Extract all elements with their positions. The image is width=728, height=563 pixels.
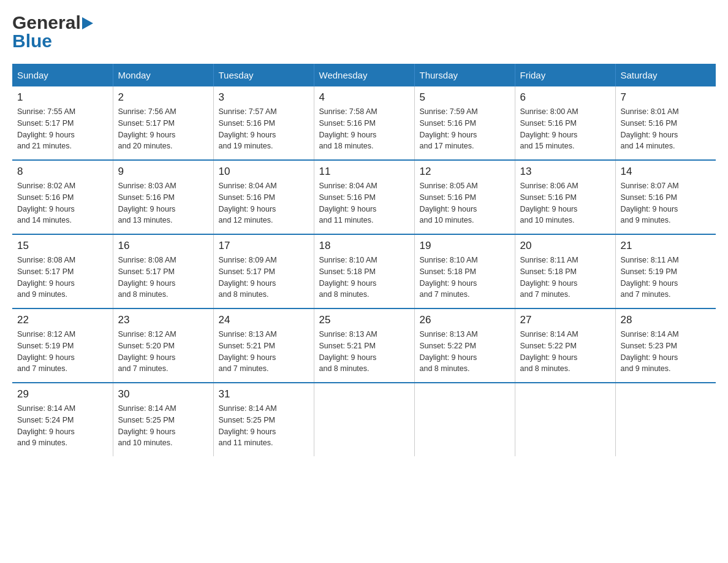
calendar-cell: 5 Sunrise: 7:59 AM Sunset: 5:16 PM Dayli… bbox=[414, 86, 515, 160]
day-number: 14 bbox=[621, 166, 711, 178]
day-number: 31 bbox=[219, 388, 309, 400]
day-number: 19 bbox=[420, 240, 510, 252]
calendar-cell: 24 Sunrise: 8:13 AM Sunset: 5:21 PM Dayl… bbox=[213, 308, 314, 383]
day-info: Sunrise: 8:14 AM Sunset: 5:23 PM Dayligh… bbox=[621, 329, 711, 375]
day-info: Sunrise: 8:13 AM Sunset: 5:21 PM Dayligh… bbox=[219, 329, 309, 375]
svg-marker-0 bbox=[82, 17, 93, 29]
day-number: 21 bbox=[621, 240, 711, 252]
calendar-cell: 18 Sunrise: 8:10 AM Sunset: 5:18 PM Dayl… bbox=[314, 234, 414, 308]
day-info: Sunrise: 8:03 AM Sunset: 5:16 PM Dayligh… bbox=[118, 180, 208, 226]
calendar-week-row: 1 Sunrise: 7:55 AM Sunset: 5:17 PM Dayli… bbox=[12, 86, 716, 160]
logo-general-text: General bbox=[12, 12, 81, 33]
calendar-cell: 11 Sunrise: 8:04 AM Sunset: 5:16 PM Dayl… bbox=[314, 160, 414, 234]
day-info: Sunrise: 8:11 AM Sunset: 5:18 PM Dayligh… bbox=[520, 255, 610, 301]
calendar-cell: 16 Sunrise: 8:08 AM Sunset: 5:17 PM Dayl… bbox=[113, 234, 213, 308]
calendar-cell: 27 Sunrise: 8:14 AM Sunset: 5:22 PM Dayl… bbox=[515, 308, 615, 383]
day-info: Sunrise: 8:11 AM Sunset: 5:19 PM Dayligh… bbox=[621, 255, 711, 301]
weekday-header-row: SundayMondayTuesdayWednesdayThursdayFrid… bbox=[12, 64, 716, 86]
day-info: Sunrise: 8:13 AM Sunset: 5:22 PM Dayligh… bbox=[420, 329, 510, 375]
day-number: 16 bbox=[118, 240, 208, 252]
calendar-cell bbox=[515, 383, 615, 456]
calendar-cell: 8 Sunrise: 8:02 AM Sunset: 5:16 PM Dayli… bbox=[12, 160, 113, 234]
weekday-header-saturday: Saturday bbox=[615, 64, 716, 86]
calendar-cell bbox=[615, 383, 716, 456]
calendar-cell: 29 Sunrise: 8:14 AM Sunset: 5:24 PM Dayl… bbox=[12, 383, 113, 456]
calendar-cell: 14 Sunrise: 8:07 AM Sunset: 5:16 PM Dayl… bbox=[615, 160, 716, 234]
day-info: Sunrise: 8:07 AM Sunset: 5:16 PM Dayligh… bbox=[621, 180, 711, 226]
day-number: 1 bbox=[17, 91, 108, 104]
day-number: 15 bbox=[17, 240, 108, 252]
day-number: 8 bbox=[17, 166, 108, 178]
day-number: 11 bbox=[319, 166, 409, 178]
calendar-cell: 19 Sunrise: 8:10 AM Sunset: 5:18 PM Dayl… bbox=[414, 234, 515, 308]
day-info: Sunrise: 8:09 AM Sunset: 5:17 PM Dayligh… bbox=[219, 255, 309, 301]
weekday-header-friday: Friday bbox=[515, 64, 615, 86]
day-info: Sunrise: 7:58 AM Sunset: 5:16 PM Dayligh… bbox=[319, 106, 409, 152]
calendar-cell bbox=[414, 383, 515, 456]
calendar-cell: 30 Sunrise: 8:14 AM Sunset: 5:25 PM Dayl… bbox=[113, 383, 213, 456]
day-info: Sunrise: 7:59 AM Sunset: 5:16 PM Dayligh… bbox=[420, 106, 510, 152]
calendar-cell: 10 Sunrise: 8:04 AM Sunset: 5:16 PM Dayl… bbox=[213, 160, 314, 234]
calendar-week-row: 22 Sunrise: 8:12 AM Sunset: 5:19 PM Dayl… bbox=[12, 308, 716, 383]
day-info: Sunrise: 8:12 AM Sunset: 5:20 PM Dayligh… bbox=[118, 329, 208, 375]
day-number: 28 bbox=[621, 314, 711, 326]
logo-arrow-icon bbox=[82, 17, 93, 29]
weekday-header-thursday: Thursday bbox=[414, 64, 515, 86]
calendar-cell: 28 Sunrise: 8:14 AM Sunset: 5:23 PM Dayl… bbox=[615, 308, 716, 383]
day-number: 4 bbox=[319, 91, 409, 104]
weekday-header-monday: Monday bbox=[113, 64, 213, 86]
day-number: 26 bbox=[420, 314, 510, 326]
day-number: 5 bbox=[420, 91, 510, 104]
day-number: 18 bbox=[319, 240, 409, 252]
logo: General Blue bbox=[12, 12, 93, 52]
calendar-cell: 22 Sunrise: 8:12 AM Sunset: 5:19 PM Dayl… bbox=[12, 308, 113, 383]
calendar-cell: 25 Sunrise: 8:13 AM Sunset: 5:21 PM Dayl… bbox=[314, 308, 414, 383]
calendar-cell bbox=[314, 383, 414, 456]
day-number: 10 bbox=[219, 166, 309, 178]
day-info: Sunrise: 8:14 AM Sunset: 5:25 PM Dayligh… bbox=[118, 403, 208, 449]
day-number: 30 bbox=[118, 388, 208, 400]
day-info: Sunrise: 8:13 AM Sunset: 5:21 PM Dayligh… bbox=[319, 329, 409, 375]
day-number: 17 bbox=[219, 240, 309, 252]
day-number: 9 bbox=[118, 166, 208, 178]
calendar-week-row: 29 Sunrise: 8:14 AM Sunset: 5:24 PM Dayl… bbox=[12, 383, 716, 456]
day-info: Sunrise: 8:10 AM Sunset: 5:18 PM Dayligh… bbox=[319, 255, 409, 301]
calendar-cell: 17 Sunrise: 8:09 AM Sunset: 5:17 PM Dayl… bbox=[213, 234, 314, 308]
calendar-cell: 3 Sunrise: 7:57 AM Sunset: 5:16 PM Dayli… bbox=[213, 86, 314, 160]
day-number: 12 bbox=[420, 166, 510, 178]
weekday-header-tuesday: Tuesday bbox=[213, 64, 314, 86]
calendar-cell: 15 Sunrise: 8:08 AM Sunset: 5:17 PM Dayl… bbox=[12, 234, 113, 308]
calendar-cell: 2 Sunrise: 7:56 AM Sunset: 5:17 PM Dayli… bbox=[113, 86, 213, 160]
calendar-cell: 6 Sunrise: 8:00 AM Sunset: 5:16 PM Dayli… bbox=[515, 86, 615, 160]
weekday-header-wednesday: Wednesday bbox=[314, 64, 414, 86]
day-info: Sunrise: 8:06 AM Sunset: 5:16 PM Dayligh… bbox=[520, 180, 610, 226]
day-number: 23 bbox=[118, 314, 208, 326]
day-number: 2 bbox=[118, 91, 208, 104]
day-info: Sunrise: 8:08 AM Sunset: 5:17 PM Dayligh… bbox=[118, 255, 208, 301]
calendar-cell: 31 Sunrise: 8:14 AM Sunset: 5:25 PM Dayl… bbox=[213, 383, 314, 456]
day-info: Sunrise: 8:04 AM Sunset: 5:16 PM Dayligh… bbox=[219, 180, 309, 226]
day-number: 27 bbox=[520, 314, 610, 326]
calendar-week-row: 8 Sunrise: 8:02 AM Sunset: 5:16 PM Dayli… bbox=[12, 160, 716, 234]
day-number: 6 bbox=[520, 91, 610, 104]
day-info: Sunrise: 8:08 AM Sunset: 5:17 PM Dayligh… bbox=[17, 255, 108, 301]
calendar-cell: 1 Sunrise: 7:55 AM Sunset: 5:17 PM Dayli… bbox=[12, 86, 113, 160]
day-info: Sunrise: 8:05 AM Sunset: 5:16 PM Dayligh… bbox=[420, 180, 510, 226]
day-info: Sunrise: 8:01 AM Sunset: 5:16 PM Dayligh… bbox=[621, 106, 711, 152]
day-number: 22 bbox=[17, 314, 108, 326]
day-info: Sunrise: 8:04 AM Sunset: 5:16 PM Dayligh… bbox=[319, 180, 409, 226]
calendar-week-row: 15 Sunrise: 8:08 AM Sunset: 5:17 PM Dayl… bbox=[12, 234, 716, 308]
page-header: General Blue bbox=[12, 12, 716, 52]
calendar-cell: 20 Sunrise: 8:11 AM Sunset: 5:18 PM Dayl… bbox=[515, 234, 615, 308]
day-info: Sunrise: 7:57 AM Sunset: 5:16 PM Dayligh… bbox=[219, 106, 309, 152]
calendar-cell: 12 Sunrise: 8:05 AM Sunset: 5:16 PM Dayl… bbox=[414, 160, 515, 234]
day-info: Sunrise: 7:56 AM Sunset: 5:17 PM Dayligh… bbox=[118, 106, 208, 152]
day-number: 13 bbox=[520, 166, 610, 178]
calendar-cell: 7 Sunrise: 8:01 AM Sunset: 5:16 PM Dayli… bbox=[615, 86, 716, 160]
day-number: 7 bbox=[621, 91, 711, 104]
day-number: 3 bbox=[219, 91, 309, 104]
day-info: Sunrise: 8:10 AM Sunset: 5:18 PM Dayligh… bbox=[420, 255, 510, 301]
calendar-cell: 21 Sunrise: 8:11 AM Sunset: 5:19 PM Dayl… bbox=[615, 234, 716, 308]
day-number: 25 bbox=[319, 314, 409, 326]
logo-blue-text: Blue bbox=[12, 31, 52, 52]
